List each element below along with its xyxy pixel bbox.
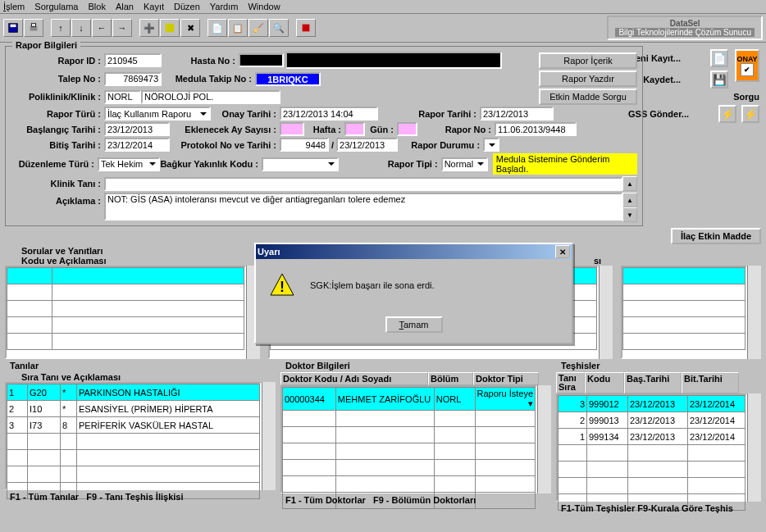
duzenleme-label: Düzenleme Türü : — [11, 159, 98, 169]
hasta-no-input[interactable] — [239, 53, 284, 67]
tanilar-f9: F9 - Tanı Teşhis İlişkisi — [86, 492, 183, 502]
menu-kayit[interactable]: Kayıt — [144, 2, 164, 11]
gss-gonder-button[interactable]: ⚡ — [718, 105, 736, 123]
gun-input[interactable] — [397, 122, 417, 136]
bitis-label: Bitiş Tarihi : — [11, 140, 104, 150]
print-button[interactable] — [24, 19, 43, 37]
rapor-tipi-label: Rapor Tipi : — [339, 159, 440, 169]
eklenecek-input[interactable] — [280, 122, 304, 136]
medula-status: Medula Sistemine Gönderim Başladı. — [493, 153, 637, 175]
doktor-table[interactable]: 00000344MEHMET ZARİFOĞLUNORLRaporu İstey… — [280, 385, 537, 493]
sorular-s-table[interactable] — [621, 266, 747, 359]
teshis-scroll[interactable] — [747, 393, 761, 502]
teshis-f1: F1-Tüm Teşhisler — [561, 503, 635, 513]
teshis-h-bit: Bit.Tarihi — [682, 372, 739, 393]
svg-rect-4 — [166, 24, 175, 33]
tanilar-table[interactable]: 1G20*PARKINSON HASTALIĞI2I10*ESANSİYEL (… — [5, 382, 262, 490]
hasta-ad-obscured — [285, 52, 502, 69]
rapor-tarihi-input[interactable] — [480, 107, 554, 120]
rapor-yazdir-button[interactable]: Rapor Yazdır — [539, 70, 637, 87]
protokol-tarih-input[interactable] — [336, 138, 398, 152]
warning-dialog: Uyarı ✕ ! SGK:İşlem başarı ile sona erdi… — [254, 243, 573, 344]
nav-up-button[interactable]: ↑ — [51, 19, 71, 37]
menu-alan[interactable]: Alan — [116, 2, 134, 11]
talep-no-input[interactable] — [104, 72, 162, 86]
baslangic-label: Başlangıç Tarihi : — [11, 125, 104, 134]
right-action-stack: ONAY✔ Yeni Kayıt...📄 Kaydet...💾 Sorgu GS… — [628, 49, 759, 123]
baslangic-input[interactable] — [104, 122, 170, 136]
rapor-icerik-button[interactable]: Rapor İçerik — [539, 52, 637, 69]
teshis-title: Teşhisler — [556, 361, 761, 371]
rapor-durumu-label: Rapor Durumu : — [398, 140, 483, 150]
sorular-kodu-table[interactable] — [5, 266, 246, 359]
medula-takip-value: 1BRIQKC — [255, 72, 321, 86]
rapor-id-input[interactable] — [104, 53, 162, 67]
save-button[interactable] — [3, 19, 23, 37]
yeni-kayit-button[interactable]: 📄 — [710, 49, 728, 67]
dialog-close-button[interactable]: ✕ — [555, 245, 570, 258]
dialog-message: SGK:İşlem başarı ile sona erdi. — [310, 280, 435, 290]
sorgu-button[interactable]: ⚡ — [741, 105, 759, 123]
nav-left-button[interactable]: ← — [92, 19, 112, 37]
menu-blok[interactable]: Blok — [89, 2, 106, 11]
tanilar-sub: Sıra Tanı ve Açıklaması — [5, 372, 276, 382]
svg-rect-1 — [11, 25, 16, 28]
doktor-scroll[interactable] — [537, 385, 551, 493]
dialog-ok-button[interactable]: Tamam — [385, 316, 443, 333]
rapor-durumu-select[interactable] — [483, 138, 499, 152]
teshis-h-kodu: Kodu — [585, 372, 624, 393]
sorular-d-scroll[interactable] — [599, 266, 613, 359]
tanilar-f1: F1 - Tüm Tanılar — [10, 492, 79, 502]
exit-button[interactable] — [296, 19, 316, 37]
rapor-bilgileri-group: Rapor Bilgileri Rapor ID : Hasta No : Ra… — [5, 46, 643, 226]
hafta-label: Hafta : — [304, 125, 344, 134]
delete-button[interactable]: ✖ — [180, 19, 200, 37]
nav-right-button[interactable]: → — [112, 19, 132, 37]
copy-button[interactable]: 📋 — [228, 19, 248, 37]
onay-button[interactable]: ONAY✔ — [735, 49, 759, 82]
protokol-label: Protokol No ve Tarihi : — [170, 140, 280, 150]
clear-button[interactable]: 🧹 — [248, 19, 268, 37]
dialog-title: Uyarı — [258, 247, 280, 257]
kaydet-button[interactable]: 💾 — [710, 70, 728, 89]
aciklama-input[interactable]: NOT: GİS (ASA) intoleransı mevcut ve diğ… — [104, 193, 622, 221]
find-button[interactable]: 🔍 — [269, 19, 289, 37]
bitis-input[interactable] — [104, 138, 170, 152]
menu-window[interactable]: Window — [248, 2, 280, 11]
nav-down-button[interactable]: ↓ — [71, 19, 91, 37]
teshis-table[interactable]: 399901223/12/201323/12/2014299901323/12/… — [556, 393, 747, 502]
tanilar-scroll[interactable] — [262, 382, 276, 490]
brand-badge: DataSel Bilgi Teknolojilerinde Çözüm Sun… — [607, 16, 763, 40]
aciklama-scroll-up[interactable]: ▲ — [622, 193, 637, 207]
sorular-s: sı — [594, 256, 601, 266]
rapor-tipi-select[interactable]: Normal — [441, 157, 488, 171]
add-button[interactable]: ➕ — [139, 19, 159, 37]
protokol-no-input[interactable] — [280, 138, 329, 152]
poliklinik-ad-input[interactable] — [141, 90, 280, 104]
klinik-tani-input[interactable] — [104, 177, 622, 191]
save-yellow-button[interactable] — [160, 19, 180, 37]
rapor-no-input[interactable] — [495, 122, 577, 136]
menu-sorgulama[interactable]: Sorgulama — [34, 2, 78, 11]
teshis-h-sira: Tanı Sıra — [556, 372, 585, 393]
rapor-turu-select[interactable]: İlaç Kullanım Raporu — [104, 107, 211, 120]
bagkur-select[interactable] — [262, 157, 339, 171]
hafta-input[interactable] — [344, 122, 365, 136]
teshis-f9: F9-Kurala Göre Teşhis — [637, 503, 733, 513]
poliklinik-kod-input[interactable] — [104, 90, 141, 104]
menu-duzen[interactable]: Düzen — [174, 2, 200, 11]
aciklama-scroll-down[interactable]: ▼ — [622, 207, 637, 222]
eklenecek-label: Eklenecek Ay Sayısı : — [170, 125, 280, 134]
klinik-scroll-up[interactable]: ▲ — [622, 176, 637, 191]
doc-button[interactable]: 📄 — [207, 19, 227, 37]
doktor-h-bolum: Bölüm — [428, 372, 473, 385]
etkin-madde-sorgu-button[interactable]: Etkin Madde Sorgu — [539, 89, 637, 105]
duzenleme-select[interactable]: Tek Hekim — [98, 157, 160, 171]
menu-islem[interactable]: İİşlemşlem — [3, 2, 25, 11]
onay-tarihi-label: Onay Tarihi : — [211, 109, 280, 119]
ilac-etkin-madde-button[interactable]: İlaç Etkin Madde — [671, 228, 761, 244]
menu-yardim[interactable]: Yardım — [210, 2, 239, 11]
doktor-h-tip: Doktor Tipi — [473, 372, 539, 385]
onay-tarihi-input[interactable] — [280, 107, 378, 120]
sorular-s-scroll[interactable] — [747, 266, 761, 359]
